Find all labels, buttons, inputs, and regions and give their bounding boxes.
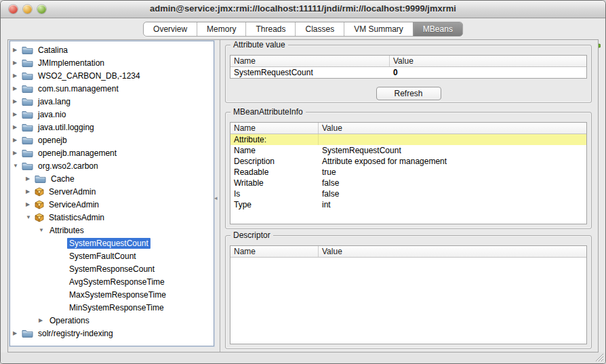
tree-item-label: SystemRequestCount xyxy=(67,238,150,249)
table-row-description[interactable]: DescriptionAttribute exposed for managem… xyxy=(230,156,586,167)
refresh-button[interactable]: Refresh xyxy=(376,87,441,100)
tab-classes[interactable]: Classes xyxy=(295,22,344,36)
tree-item-cache[interactable]: ▶ Cache xyxy=(10,172,214,185)
folder-icon xyxy=(22,110,33,119)
tree-item-label: java.lang xyxy=(36,96,73,107)
column-header-value: Value xyxy=(318,246,586,257)
table-row-is[interactable]: Isfalse xyxy=(230,188,586,199)
descriptor-table: NameValue xyxy=(230,245,587,344)
tree-item-label: Attributes xyxy=(47,225,86,236)
cell-name: SystemRequestCount xyxy=(230,67,389,78)
resize-grip-icon[interactable] xyxy=(595,353,604,362)
chevron-right-icon[interactable]: ▶ xyxy=(26,198,35,211)
tree-item-java-lang[interactable]: ▶ java.lang xyxy=(10,95,214,108)
tree-item-label: SystemFaultCount xyxy=(67,251,138,262)
tree-item-catalina[interactable]: ▶ Catalina xyxy=(10,43,214,56)
folder-icon xyxy=(22,161,33,170)
cell-value xyxy=(318,134,586,145)
tab-mbeans[interactable]: MBeans xyxy=(413,22,462,36)
tree-item-openejb-management[interactable]: ▶ openejb.management xyxy=(10,146,214,159)
tree-item-avgsystemresponsetime[interactable]: AvgSystemResponseTime xyxy=(10,275,214,288)
table-row-name[interactable]: NameSystemRequestCount xyxy=(230,145,586,156)
splitpane-divider-handle[interactable]: ◂ xyxy=(214,195,220,201)
chevron-right-icon[interactable]: ▶ xyxy=(13,146,22,159)
column-header-name: Name xyxy=(230,123,318,134)
tree-item-label: solr/registry-indexing xyxy=(36,328,115,339)
chevron-down-icon[interactable]: ▼ xyxy=(26,211,35,224)
tree-item-com-sun-management[interactable]: ▶ com.sun.management xyxy=(10,82,214,95)
table-row-writable[interactable]: Writablefalse xyxy=(230,178,586,188)
title-bar[interactable]: admin@service:jmx:rmi://localhost:11111/… xyxy=(1,1,605,18)
folder-icon xyxy=(22,97,33,106)
folder-icon xyxy=(22,148,33,157)
tree-item-org-wso2-carbon[interactable]: ▼ org.wso2.carbon xyxy=(10,159,214,172)
tree-item-systemresponsecount[interactable]: SystemResponseCount xyxy=(10,262,214,275)
column-header-name: Name xyxy=(230,246,318,257)
cell-value: int xyxy=(318,199,586,210)
table-row-type[interactable]: Typeint xyxy=(230,199,586,210)
chevron-down-icon[interactable]: ▼ xyxy=(13,159,22,172)
tree-item-jmimplementation[interactable]: ▶ JMImplementation xyxy=(10,56,214,69)
cell-name: Description xyxy=(230,156,318,167)
chevron-right-icon[interactable]: ▶ xyxy=(13,95,22,108)
tab-bar: OverviewMemoryThreadsClassesVM SummaryMB… xyxy=(143,22,463,37)
group-title: Attribute value xyxy=(230,40,288,49)
chevron-right-icon[interactable]: ▶ xyxy=(13,108,22,121)
cell-value: 0 xyxy=(389,67,586,78)
tree-item-operations[interactable]: ▶Operations xyxy=(10,314,214,327)
chevron-right-icon[interactable]: ▶ xyxy=(13,134,22,146)
chevron-right-icon[interactable]: ▶ xyxy=(26,185,35,198)
tree-item-label: openejb.management xyxy=(36,148,119,159)
tree-item-serveradmin[interactable]: ▶ ServerAdmin xyxy=(10,185,214,198)
tab-vm-summary[interactable]: VM Summary xyxy=(344,22,413,36)
attribute-value-group: Attribute value NameValueSystemRequestCo… xyxy=(225,45,592,103)
tab-threads[interactable]: Threads xyxy=(245,22,295,36)
cell-name: Type xyxy=(230,199,318,210)
chevron-right-icon[interactable]: ▶ xyxy=(26,172,35,185)
tree-item-maxsystemresponsetime[interactable]: MaxSystemResponseTime xyxy=(10,288,214,301)
tree-item-attributes[interactable]: ▼Attributes xyxy=(10,224,214,237)
table-row-readable[interactable]: Readabletrue xyxy=(230,167,586,178)
tree-item-java-nio[interactable]: ▶ java.nio xyxy=(10,108,214,121)
chevron-right-icon[interactable]: ▶ xyxy=(13,43,22,56)
mbean-icon xyxy=(35,200,44,209)
table-header: NameValue xyxy=(230,246,586,258)
table-row-systemrequestcount[interactable]: SystemRequestCount0 xyxy=(230,67,586,78)
group-title: MBeanAttributeInfo xyxy=(230,107,306,117)
tree-item-label: StatisticsAdmin xyxy=(47,212,106,223)
tree-item-label: ServiceAdmin xyxy=(47,199,101,210)
folder-icon xyxy=(22,84,33,93)
folder-icon xyxy=(22,123,33,132)
cell-name: Readable xyxy=(230,167,318,178)
tab-overview[interactable]: Overview xyxy=(144,22,197,36)
chevron-right-icon[interactable]: ▶ xyxy=(13,327,22,340)
mbean-attribute-info-table: NameValueAttribute:NameSystemRequestCoun… xyxy=(230,122,587,224)
tree-item-systemrequestcount[interactable]: SystemRequestCount xyxy=(10,237,214,249)
chevron-down-icon[interactable]: ▼ xyxy=(39,224,47,237)
tree-item-openejb[interactable]: ▶ openejb xyxy=(10,134,214,146)
column-header-name: Name xyxy=(230,56,389,66)
window-bottom-strip xyxy=(1,352,605,363)
tab-memory[interactable]: Memory xyxy=(197,22,245,36)
tree-item-label: JMImplementation xyxy=(36,58,106,68)
folder-icon xyxy=(22,58,33,67)
tree-item-label: SystemResponseCount xyxy=(67,264,157,275)
tree-item-java-util-logging[interactable]: ▶ java.util.logging xyxy=(10,121,214,134)
chevron-right-icon[interactable]: ▶ xyxy=(39,314,47,327)
tree-item-label: WSO2_CARBON_DB,-1234 xyxy=(36,70,142,81)
tree-item-wso2-carbon-db-1234[interactable]: ▶ WSO2_CARBON_DB,-1234 xyxy=(10,69,214,82)
chevron-right-icon[interactable]: ▶ xyxy=(13,121,22,134)
tree-item-label: Catalina xyxy=(36,45,70,56)
cell-value: SystemRequestCount xyxy=(318,145,586,156)
table-row-attribute[interactable]: Attribute: xyxy=(230,134,586,145)
cell-name: Is xyxy=(230,188,318,199)
tree-item-serviceadmin[interactable]: ▶ ServiceAdmin xyxy=(10,198,214,211)
tree-item-systemfaultcount[interactable]: SystemFaultCount xyxy=(10,249,214,262)
tree-item-statisticsadmin[interactable]: ▼ StatisticsAdmin xyxy=(10,211,214,224)
chevron-right-icon[interactable]: ▶ xyxy=(13,56,22,69)
tree-item-solr-registry-indexing[interactable]: ▶ solr/registry-indexing xyxy=(10,327,214,340)
chevron-right-icon[interactable]: ▶ xyxy=(13,69,22,82)
chevron-right-icon[interactable]: ▶ xyxy=(13,82,22,95)
column-header-value: Value xyxy=(318,123,586,134)
tree-item-minsystemresponsetime[interactable]: MinSystemResponseTime xyxy=(10,301,214,314)
